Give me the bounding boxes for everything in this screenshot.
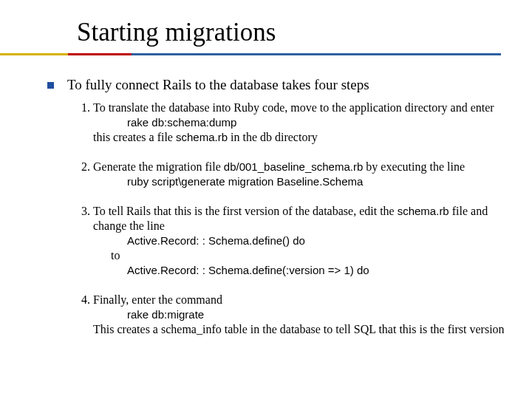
step-4: Finally, enter the command rake db:migra… [93, 293, 505, 337]
underline-red [68, 53, 132, 55]
step-2: Generate the migration file db/001_basel… [93, 160, 505, 189]
step-4-out: This creates a schema_info table in the … [93, 323, 505, 335]
step-2-intro-a: Generate the migration file [93, 160, 224, 173]
underline-blue [132, 53, 501, 55]
bullet-icon [47, 82, 54, 89]
step-4-code: rake db:migrate [127, 308, 204, 321]
title-block: Starting migrations [77, 18, 276, 47]
underline-yellow [0, 53, 68, 55]
lead-text: To fully connect Rails to the database t… [67, 77, 369, 93]
steps-list: To translate the database into Ruby code… [75, 100, 505, 337]
title-underline [0, 53, 517, 55]
step-2-intro-b: by executing the line [363, 160, 465, 173]
step-3: To tell Rails that this is the first ver… [93, 204, 505, 278]
body: To fully connect Rails to the database t… [47, 77, 505, 352]
step-3-to: to [111, 249, 120, 262]
step-3-intro-a: To tell Rails that this is the first ver… [93, 205, 398, 217]
step-3-code-before: Active.Record: : Schema.define() do [127, 234, 305, 247]
lead-row: To fully connect Rails to the database t… [47, 77, 505, 93]
step-1-filename: schema.rb [176, 131, 228, 143]
step-1-out-a: this creates a file [93, 131, 176, 143]
slide: Starting migrations To fully connect Rai… [0, 0, 532, 399]
step-4-intro: Finally, enter the command [93, 293, 222, 306]
step-1-out-b: in the db directory [228, 131, 318, 143]
page-title: Starting migrations [77, 18, 276, 47]
step-1-code: rake db:schema:dump [127, 116, 236, 129]
step-1: To translate the database into Ruby code… [93, 100, 505, 145]
step-1-intro: To translate the database into Ruby code… [93, 101, 494, 114]
step-3-filename: schema.rb [398, 205, 449, 217]
step-3-code-after: Active.Record: : Schema.define(:version … [127, 264, 369, 276]
step-2-code: ruby script\generate migration Baseline.… [127, 175, 363, 188]
step-2-filename: db/001_baseline_schema.rb [224, 160, 363, 173]
